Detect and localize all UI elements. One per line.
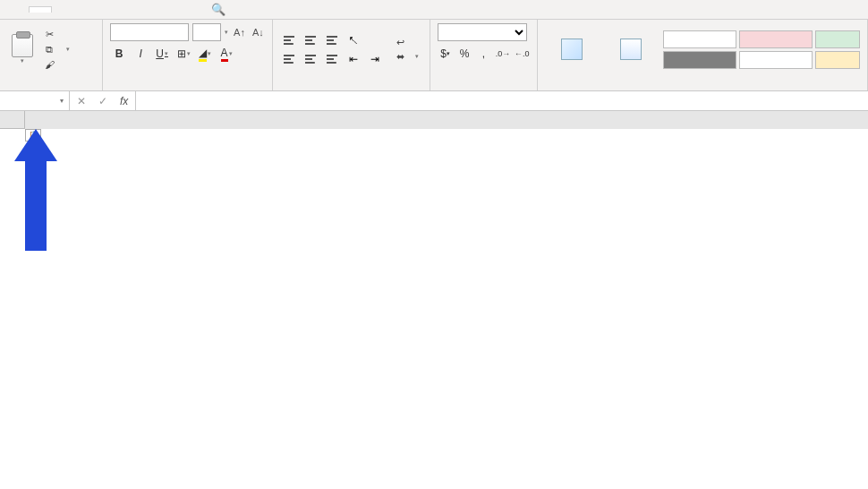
tab-review[interactable] — [138, 7, 159, 13]
conditional-formatting-icon — [561, 39, 583, 60]
font-name-select[interactable] — [110, 23, 189, 41]
copy-icon: ⧉ — [43, 43, 55, 56]
font-size-select[interactable] — [192, 23, 221, 41]
tab-formulas[interactable] — [95, 7, 116, 13]
italic-button[interactable]: I — [132, 45, 149, 63]
align-top-button[interactable] — [280, 32, 298, 48]
currency-button[interactable]: $▾ — [438, 45, 453, 63]
format-as-table-icon — [620, 39, 642, 60]
tab-file[interactable] — [7, 7, 29, 13]
increase-decimal-button[interactable]: .0→ — [495, 45, 510, 63]
style-input[interactable] — [815, 51, 860, 69]
percent-button[interactable]: % — [456, 45, 472, 63]
styles-group-label — [545, 76, 860, 89]
ribbon: ▾ ✂ ⧉▾ 🖌 ▾ A↑ A↓ B I U ⊞ ◢ — [0, 20, 868, 91]
paste-icon — [12, 34, 33, 57]
accept-formula-icon[interactable]: ✓ — [98, 95, 107, 107]
merge-icon: ⬌ — [396, 51, 404, 63]
tab-help[interactable] — [181, 7, 202, 13]
tab-insert[interactable] — [52, 7, 73, 13]
increase-font-button[interactable]: A↑ — [232, 27, 247, 38]
name-box[interactable]: ▾ — [0, 91, 70, 110]
bold-button[interactable]: B — [110, 45, 128, 63]
align-right-button[interactable] — [323, 51, 341, 67]
group-alignment: ⭦ ⇤ ⇥ ↩ ⬌▾ — [273, 20, 430, 90]
font-color-button[interactable]: A — [217, 45, 235, 63]
align-middle-button[interactable] — [302, 32, 319, 48]
style-explanatory[interactable] — [739, 51, 813, 69]
align-left-button[interactable] — [280, 51, 298, 67]
group-number: $▾ % , .0→ ←.0 — [430, 20, 538, 90]
borders-button[interactable]: ⊞ — [174, 45, 192, 63]
search-box[interactable]: 🔍 — [211, 3, 231, 16]
insert-function-button[interactable]: fx — [120, 95, 128, 107]
merge-center-button[interactable]: ⬌▾ — [396, 51, 419, 63]
name-box-dropdown-icon: ▾ — [60, 97, 64, 105]
spreadsheet: 📋 — [0, 111, 868, 129]
fill-color-button[interactable]: ◢ — [196, 45, 214, 63]
paintbrush-icon: 🖌 — [43, 58, 55, 71]
bucket-icon: ◢ — [199, 47, 207, 62]
tab-page-layout[interactable] — [73, 7, 95, 13]
wrap-icon: ↩ — [396, 37, 404, 48]
decrease-font-button[interactable]: A↓ — [251, 27, 266, 38]
alignment-group-label — [280, 76, 422, 89]
align-bottom-button[interactable] — [323, 32, 341, 48]
underline-button[interactable]: U — [153, 45, 171, 63]
style-bad[interactable] — [739, 30, 813, 48]
cell-styles-gallery — [663, 30, 860, 69]
comma-button[interactable]: , — [476, 45, 491, 63]
paste-button[interactable]: ▾ — [7, 34, 38, 64]
font-color-icon: A — [221, 47, 228, 62]
number-group-label — [438, 76, 530, 89]
annotation-arrow — [25, 129, 57, 251]
style-normal[interactable] — [663, 30, 736, 48]
style-good[interactable] — [815, 30, 860, 48]
formula-bar: ▾ ✕ ✓ fx — [0, 91, 868, 111]
decrease-decimal-button[interactable]: ←.0 — [515, 45, 530, 63]
cut-button[interactable]: ✂ — [43, 28, 70, 40]
format-as-table-button[interactable] — [604, 39, 658, 60]
group-styles — [538, 20, 868, 90]
conditional-formatting-button[interactable] — [545, 39, 599, 60]
ribbon-tabs: 🔍 — [0, 0, 868, 20]
font-group-label — [110, 76, 265, 89]
align-center-button[interactable] — [302, 51, 319, 67]
group-clipboard: ▾ ✂ ⧉▾ 🖌 — [0, 20, 103, 90]
select-all-corner[interactable] — [0, 111, 25, 129]
increase-indent-button[interactable]: ⇥ — [366, 51, 384, 67]
group-font: ▾ A↑ A↓ B I U ⊞ ◢ A — [103, 20, 273, 90]
cancel-formula-icon[interactable]: ✕ — [77, 95, 86, 107]
tab-data[interactable] — [116, 7, 138, 13]
column-headers — [0, 111, 868, 129]
orientation-button[interactable]: ⭦ — [345, 32, 362, 48]
number-format-select[interactable] — [438, 23, 527, 41]
tab-view[interactable] — [159, 7, 181, 13]
paste-options-button[interactable]: 📋 — [25, 129, 41, 142]
tab-home[interactable] — [29, 6, 52, 13]
scissors-icon: ✂ — [43, 28, 55, 40]
wrap-text-button[interactable]: ↩ — [396, 37, 419, 48]
format-painter-button[interactable]: 🖌 — [43, 58, 70, 71]
copy-button[interactable]: ⧉▾ — [43, 43, 70, 56]
style-check-cell[interactable] — [663, 51, 736, 69]
decrease-indent-button[interactable]: ⇤ — [345, 51, 362, 67]
search-icon: 🔍 — [211, 3, 226, 16]
clipboard-group-label — [7, 76, 95, 89]
